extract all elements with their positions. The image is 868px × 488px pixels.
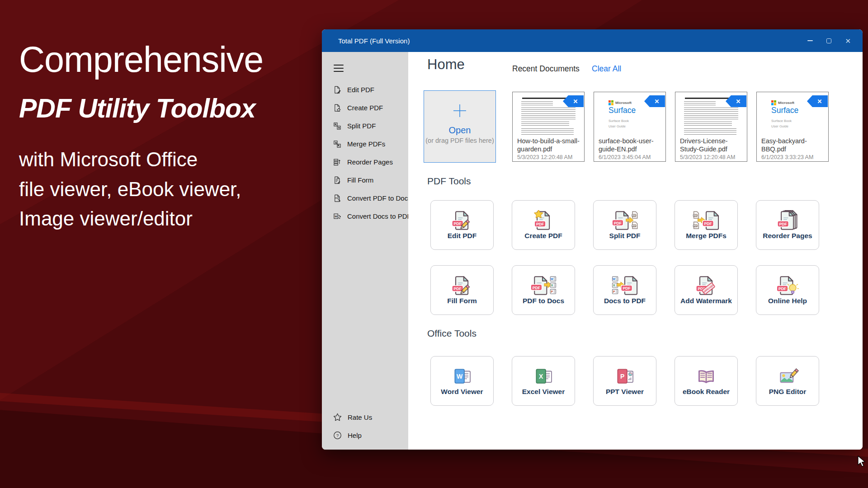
- tool-card-ppt-viewer[interactable]: P PPT Viewer: [593, 356, 656, 406]
- tool-card-reorder-pages[interactable]: Reorder Pages: [756, 200, 819, 250]
- hero-text-block: Comprehensive PDF Utility Toolbox with M…: [19, 39, 317, 234]
- sidebar-item-label: Convert PDF to Docs: [347, 194, 411, 202]
- sidebar-item-convert-docs-to-pdf[interactable]: W Convert Docs to PDF: [322, 207, 408, 225]
- tool-card-online-help[interactable]: Online Help: [756, 265, 819, 315]
- sidebar-item-label: Split PDF: [347, 122, 376, 130]
- document-name: Drivers-License-Study-Guide.pdf: [675, 136, 747, 154]
- tool-card-edit-pdf[interactable]: Edit PDF: [430, 200, 494, 250]
- tool-card-ebook-reader[interactable]: eBook Reader: [675, 356, 738, 406]
- mouse-cursor: [857, 455, 867, 467]
- tool-card-excel-viewer[interactable]: X Excel Viewer: [512, 356, 575, 406]
- svg-text:P: P: [620, 373, 624, 380]
- thumb-subtitle: Surface Book: [771, 118, 828, 124]
- thumb-brand: Microsoft: [615, 101, 632, 105]
- powerpoint-document-icon: P: [611, 366, 638, 387]
- open-label: Open: [424, 125, 495, 136]
- hamburger-menu-icon[interactable]: [334, 65, 344, 72]
- maximize-button[interactable]: [826, 38, 831, 43]
- hero-description-line: file viewer, eBook viewer,: [19, 174, 317, 204]
- tool-card-png-editor[interactable]: PNG Editor: [756, 356, 819, 406]
- word-document-icon: W: [448, 366, 476, 387]
- tool-card-fill-form[interactable]: Fill Form: [430, 265, 494, 315]
- recent-document-card[interactable]: ✕ Microsoft Surface Surface BookUser Gui…: [756, 92, 829, 162]
- pdf-approved-stamp-icon: APPROVED: [693, 275, 720, 296]
- clear-all-link[interactable]: Clear All: [592, 64, 621, 74]
- recent-document-card[interactable]: ✕ Drivers-License-Study-Guide.pdf 5/3/20…: [675, 92, 747, 162]
- merge-pdfs-icon: [333, 140, 341, 148]
- sidebar-item-rate-us[interactable]: Rate Us: [322, 408, 408, 426]
- pdf-to-office-icon: [530, 275, 557, 296]
- minimize-button[interactable]: [807, 40, 813, 41]
- svg-text:W: W: [335, 215, 337, 218]
- recent-document-card[interactable]: ✕ How-to-build-a-small-guarden.pdf 5/3/2…: [512, 92, 585, 162]
- sidebar-item-convert-pdf-to-docs[interactable]: PDF Convert PDF to Docs: [322, 189, 408, 207]
- svg-text:PDF: PDF: [335, 197, 339, 199]
- section-title-office-tools: Office Tools: [427, 328, 476, 339]
- pdf-stacked-pages-icon: [774, 210, 801, 231]
- tool-label: PDF to Docs: [523, 297, 564, 305]
- tool-label: PNG Editor: [769, 388, 807, 396]
- svg-text:?: ?: [336, 432, 339, 437]
- sidebar-item-fill-form[interactable]: Fill Form: [322, 171, 408, 189]
- pdf-merge-arrow-icon: [693, 210, 720, 231]
- thumb-subtitle: Surface Book: [609, 118, 665, 124]
- tool-card-split-pdf[interactable]: Split PDF: [593, 200, 656, 250]
- tool-label: Merge PDFs: [686, 232, 726, 240]
- fill-form-icon: [333, 176, 341, 184]
- document-date: 6/1/2023 3:33:23 AM: [757, 154, 828, 160]
- tool-label: Split PDF: [609, 232, 641, 240]
- recent-document-card[interactable]: ✕ Microsoft Surface Surface BookUser Gui…: [594, 92, 666, 162]
- tool-card-add-watermark[interactable]: APPROVED Add Watermark: [675, 265, 738, 315]
- microsoft-logo-icon: [771, 100, 776, 105]
- sidebar-item-label: Help: [348, 432, 362, 439]
- hero-title: Comprehensive: [19, 39, 317, 80]
- document-name: surface-book-user-guide-EN.pdf: [594, 136, 665, 154]
- tool-card-merge-pdfs[interactable]: Merge PDFs: [675, 200, 738, 250]
- sidebar-item-label: Convert Docs to PDF: [347, 212, 411, 220]
- office-to-pdf-icon: [611, 275, 638, 296]
- tool-label: Fill Form: [447, 297, 476, 305]
- thumb-brand: Microsoft: [778, 101, 794, 105]
- close-button[interactable]: ✕: [845, 38, 851, 44]
- pdf-form-pencil-icon: [448, 275, 476, 296]
- sidebar-item-help[interactable]: ? Help: [322, 426, 408, 444]
- thumb-title: Surface: [609, 106, 665, 115]
- document-date: 5/3/2023 12:20:48 AM: [513, 154, 584, 160]
- tool-label: eBook Reader: [683, 388, 730, 396]
- sidebar-item-merge-pdfs[interactable]: Merge PDFs: [322, 135, 408, 153]
- open-book-icon: [693, 366, 720, 387]
- sidebar-item-label: Create PDF: [347, 104, 383, 112]
- tool-label: Reorder Pages: [763, 232, 812, 240]
- hero-description-line: Image viewer/editor: [19, 204, 317, 234]
- convert-pdf-to-docs-icon: PDF: [333, 194, 341, 202]
- reorder-pages-icon: [333, 158, 341, 166]
- tool-label: Word Viewer: [441, 388, 483, 396]
- image-pencil-icon: [774, 366, 801, 387]
- hero-subtitle: PDF Utility Toolbox: [19, 93, 317, 124]
- tool-card-word-viewer[interactable]: W Word Viewer: [430, 356, 494, 406]
- tool-card-pdf-to-docs[interactable]: PDF to Docs: [512, 265, 575, 315]
- document-date: 6/1/2023 3:45:04 AM: [594, 154, 665, 160]
- tool-label: Docs to PDF: [604, 297, 646, 305]
- plus-icon: [452, 103, 468, 119]
- thumb-subtitle: User Guide: [771, 124, 828, 129]
- tool-label: Excel Viewer: [522, 388, 565, 396]
- sidebar-item-edit-pdf[interactable]: Edit PDF: [322, 81, 408, 99]
- split-pdf-icon: [333, 122, 341, 130]
- tool-card-docs-to-pdf[interactable]: Docs to PDF: [593, 265, 656, 315]
- tool-label: Add Watermark: [680, 297, 732, 305]
- window-title: Total PDF (Full Version): [338, 37, 410, 45]
- tool-card-create-pdf[interactable]: Create PDF: [512, 200, 575, 250]
- tool-label: PPT Viewer: [606, 388, 644, 396]
- sidebar-item-reorder-pages[interactable]: Reorder Pages: [322, 153, 408, 171]
- document-name: Easy-backyard-BBQ.pdf: [757, 136, 828, 154]
- sidebar-item-label: Rate Us: [348, 413, 372, 421]
- hero-description: with Microsoft Office file viewer, eBook…: [19, 145, 317, 234]
- document-date: 5/3/2023 12:20:48 AM: [675, 154, 747, 160]
- window-titlebar[interactable]: Total PDF (Full Version) ✕: [322, 29, 863, 52]
- sidebar-item-split-pdf[interactable]: Split PDF: [322, 117, 408, 135]
- sidebar-item-create-pdf[interactable]: Create PDF: [322, 99, 408, 117]
- open-file-card[interactable]: Open (or drag PDF files here): [424, 90, 496, 163]
- convert-docs-to-pdf-icon: W: [333, 212, 341, 221]
- app-window: Total PDF (Full Version) ✕ Edit PDF Crea…: [322, 29, 863, 450]
